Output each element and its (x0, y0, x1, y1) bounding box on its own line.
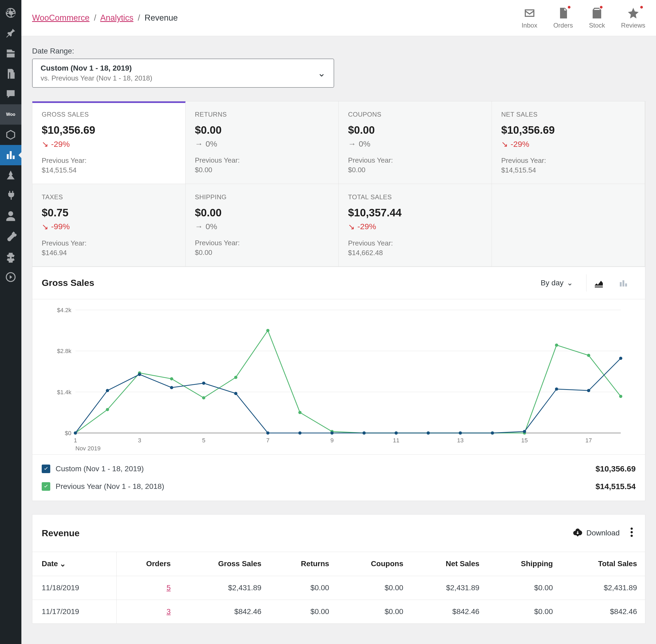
svg-point-57 (631, 531, 633, 533)
table-more-menu[interactable] (628, 524, 636, 542)
orders-link[interactable]: 3 (117, 600, 179, 623)
svg-text:$1.4k: $1.4k (57, 389, 72, 395)
svg-point-21 (106, 408, 109, 411)
svg-point-45 (298, 431, 302, 435)
table-header-date[interactable]: Date ⌄ (32, 552, 117, 576)
breadcrumb-woocommerce[interactable]: WooCommerce (32, 13, 90, 22)
svg-point-58 (631, 535, 633, 537)
summary-numbers: GROSS SALES$10,356.69↘-29%Previous Year:… (32, 101, 645, 267)
media-icon[interactable] (0, 43, 21, 64)
activity-panel: Inbox Orders Stock Reviews (521, 7, 645, 29)
legend-value-primary: $10,356.69 (595, 464, 636, 474)
svg-text:7: 7 (266, 437, 270, 444)
notification-dot (639, 5, 644, 9)
svg-point-53 (555, 387, 558, 390)
svg-point-50 (459, 431, 462, 435)
pin-icon[interactable] (0, 23, 21, 43)
download-button[interactable]: Download (572, 528, 619, 538)
collapse-icon[interactable] (0, 267, 21, 287)
chart-section: Gross Sales By day ⌄ $0$1.4k$2.8k$4.2k13… (32, 267, 645, 501)
svg-point-37 (619, 395, 622, 398)
chart-canvas: $0$1.4k$2.8k$4.2k1357911131517Nov 2019 (42, 305, 636, 454)
svg-point-47 (362, 431, 366, 435)
chart-bar-mode[interactable] (611, 274, 636, 292)
svg-text:5: 5 (202, 437, 205, 444)
date-range-label: Date Range: (32, 47, 645, 55)
svg-text:9: 9 (330, 437, 334, 444)
dashboard-icon[interactable] (0, 3, 21, 23)
activity-orders[interactable]: Orders (553, 7, 573, 29)
table-header-net-sales[interactable]: Net Sales (412, 552, 488, 576)
svg-text:17: 17 (585, 437, 592, 444)
summary-shipping[interactable]: SHIPPING$0.00→0%Previous Year:$0.00 (186, 184, 339, 267)
summary-coupons[interactable]: COUPONS$0.00→0%Previous Year:$0.00 (339, 101, 492, 184)
svg-point-39 (106, 389, 109, 392)
svg-point-27 (298, 411, 302, 414)
svg-point-40 (138, 373, 141, 376)
table-header-shipping[interactable]: Shipping (487, 552, 561, 576)
summary-total-sales[interactable]: TOTAL SALES$10,357.44↘-29%Previous Year:… (339, 184, 492, 267)
table-header-total-sales[interactable]: Total Sales (561, 552, 645, 576)
svg-point-55 (619, 356, 622, 360)
svg-point-26 (266, 329, 270, 332)
svg-text:$0: $0 (65, 430, 71, 436)
revenue-table-section: Revenue Download Date ⌄OrdersGross Sales… (32, 514, 645, 624)
svg-point-38 (74, 431, 77, 435)
summary-gross-sales[interactable]: GROSS SALES$10,356.69↘-29%Previous Year:… (32, 101, 186, 184)
table-row: 11/17/20193$842.46$0.00$0.00$842.46$0.00… (32, 600, 645, 623)
date-range-picker[interactable]: Custom (Nov 1 - 18, 2019) vs. Previous Y… (32, 59, 334, 88)
woocommerce-icon[interactable]: Woo (0, 104, 21, 124)
svg-point-49 (427, 431, 430, 435)
plugins-icon[interactable] (0, 186, 21, 206)
table-header-returns[interactable]: Returns (270, 552, 337, 576)
svg-point-43 (234, 392, 237, 395)
svg-text:$4.2k: $4.2k (57, 307, 72, 314)
svg-text:11: 11 (393, 437, 399, 444)
svg-point-41 (170, 386, 173, 389)
breadcrumb-analytics[interactable]: Analytics (100, 13, 133, 22)
comments-icon[interactable] (0, 84, 21, 104)
svg-point-25 (234, 375, 237, 379)
activity-stock[interactable]: Stock (589, 7, 605, 29)
legend-checkbox-primary[interactable] (42, 464, 50, 473)
table-header-coupons[interactable]: Coupons (337, 552, 411, 576)
legend-label-secondary: Previous Year (Nov 1 - 18, 2018) (55, 482, 595, 491)
settings-icon[interactable] (0, 247, 21, 267)
legend-label-primary: Custom (Nov 1 - 18, 2019) (55, 464, 595, 473)
table-header-gross-sales[interactable]: Gross Sales (179, 552, 269, 576)
pages-icon[interactable] (0, 64, 21, 84)
breadcrumb-current: Revenue (145, 13, 178, 22)
table-title: Revenue (42, 528, 572, 538)
trend-arrow-icon: ↘ (42, 139, 48, 149)
chart-legend: Custom (Nov 1 - 18, 2019) $10,356.69 Pre… (32, 454, 645, 501)
analytics-icon[interactable] (0, 145, 21, 165)
revenue-table: Date ⌄OrdersGross SalesReturnsCouponsNet… (32, 552, 645, 623)
chart-line-mode[interactable] (586, 274, 611, 292)
notification-dot (567, 5, 571, 9)
svg-point-56 (631, 527, 633, 530)
chart-title: Gross Sales (42, 278, 535, 288)
trend-arrow-icon: → (195, 139, 203, 148)
summary-taxes[interactable]: TAXES$0.75↘-99%Previous Year:$146.94 (32, 184, 186, 267)
table-row: 11/18/20195$2,431.89$0.00$0.00$2,431.89$… (32, 576, 645, 600)
summary-net-sales[interactable]: NET SALES$10,356.69↘-29%Previous Year:$1… (492, 101, 645, 184)
users-icon[interactable] (0, 206, 21, 226)
legend-checkbox-secondary[interactable] (42, 482, 50, 491)
svg-point-51 (491, 431, 494, 435)
summary-returns[interactable]: RETURNS$0.00→0%Previous Year:$0.00 (186, 101, 339, 184)
chart-interval-picker[interactable]: By day ⌄ (535, 276, 578, 290)
appearance-icon[interactable] (0, 165, 21, 186)
trend-arrow-icon: ↘ (501, 139, 508, 149)
svg-text:$2.8k: $2.8k (57, 348, 72, 354)
activity-reviews[interactable]: Reviews (621, 7, 645, 29)
products-icon[interactable] (0, 124, 21, 145)
svg-text:1: 1 (74, 437, 77, 444)
table-header-orders[interactable]: Orders (117, 552, 179, 576)
tools-icon[interactable] (0, 226, 21, 247)
legend-value-secondary: $14,515.54 (595, 482, 636, 491)
orders-link[interactable]: 5 (117, 576, 179, 600)
summary-empty (492, 184, 645, 267)
svg-point-46 (330, 431, 334, 435)
svg-point-36 (587, 353, 590, 357)
activity-inbox[interactable]: Inbox (521, 7, 537, 29)
